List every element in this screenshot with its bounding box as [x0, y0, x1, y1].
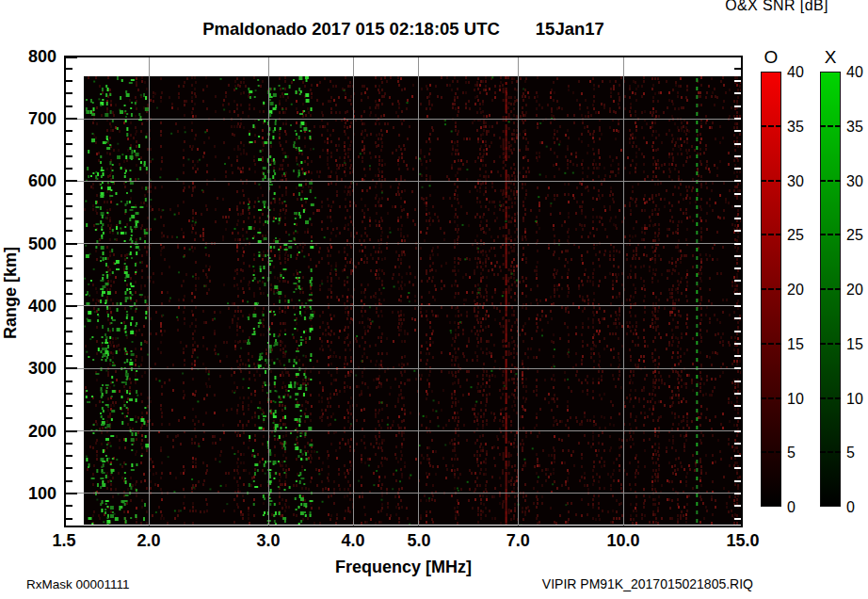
y-axis-tick-right: [734, 155, 741, 157]
colorbar-tick-label: 5: [787, 445, 815, 461]
y-axis-tick: [66, 267, 72, 269]
y-axis-title: Range [km]: [1, 247, 21, 339]
y-axis-tick: [66, 505, 72, 507]
colorbar-tick-label: 40: [787, 64, 815, 81]
gridline-x: [518, 57, 519, 526]
y-axis-tick: [66, 480, 72, 482]
y-axis-tick: [66, 430, 77, 432]
plot-title: Pmaldonado 2017 015 02:18:05 UTC 15Jan17: [64, 19, 743, 40]
colorbar-x-header: X: [820, 47, 841, 68]
y-axis-tick-label: 400: [17, 297, 56, 316]
y-axis-tick-label: 700: [17, 109, 56, 129]
y-axis-tick-right: [734, 317, 741, 319]
y-axis-tick-label: 300: [17, 359, 56, 379]
filename-label: VIPIR PM91K_2017015021805.RIQ: [542, 576, 753, 591]
gridline-y: [66, 430, 741, 431]
colorbar-tick-label: 40: [846, 64, 868, 81]
y-axis-tick-right: [734, 205, 741, 207]
y-axis-tick: [66, 417, 72, 419]
y-axis-tick-label: 200: [17, 422, 56, 442]
colorbar-tick-label: 20: [787, 282, 815, 299]
y-axis-tick: [66, 493, 77, 494]
colorbar-tick-dash: [761, 234, 781, 235]
colorbar-tick-dash: [820, 397, 841, 399]
colorbar-tick-label: 30: [846, 173, 868, 190]
y-axis-tick: [66, 331, 72, 332]
gridline-x: [353, 57, 354, 526]
y-axis-tick-right: [734, 405, 741, 407]
y-axis-tick-right: [734, 343, 741, 345]
y-axis-tick-right: [734, 505, 741, 507]
y-axis-tick-label: 500: [17, 235, 56, 254]
colorbar-tick-dash: [761, 451, 781, 453]
colorbar-tick-dash: [820, 288, 841, 290]
y-axis-tick-right: [734, 280, 741, 282]
y-axis-tick: [66, 518, 72, 520]
y-axis-tick: [66, 168, 72, 170]
y-axis-tick: [66, 255, 72, 257]
y-axis-tick-right: [734, 92, 741, 94]
ionogram-heatmap: [84, 76, 741, 525]
y-axis-tick: [66, 467, 72, 469]
y-axis-tick: [66, 155, 72, 157]
y-axis-tick: [66, 130, 72, 132]
colorbar-tick-dash: [820, 343, 841, 345]
gridline-y: [66, 368, 741, 369]
y-axis-tick-right: [734, 130, 741, 132]
y-axis-tick-right: [734, 168, 741, 170]
gridline-x: [418, 57, 419, 526]
y-axis-tick: [66, 455, 72, 457]
y-axis-tick: [66, 343, 72, 345]
y-axis-tick-right: [734, 455, 741, 457]
y-axis-tick-right: [734, 480, 741, 482]
colorbar-tick-dash: [820, 180, 841, 182]
y-axis-tick: [66, 380, 72, 382]
y-axis-tick-right: [734, 417, 741, 419]
colorbar-tick-label: 15: [787, 336, 815, 353]
colorbar-tick-label: 10: [787, 391, 815, 408]
y-axis-tick-right: [734, 518, 741, 520]
y-axis-tick: [66, 193, 72, 195]
colorbar-tick-dash: [820, 451, 841, 453]
x-axis-tick-label: 3.0: [240, 531, 297, 551]
y-axis-tick: [66, 92, 72, 94]
x-axis-tick-label: 15.0: [715, 531, 771, 551]
colorbar-o-header: O: [761, 47, 781, 68]
gridline-x: [623, 57, 624, 526]
y-axis-tick-right: [734, 218, 741, 219]
y-axis-tick: [66, 393, 72, 395]
y-axis-tick-right: [734, 230, 741, 232]
y-axis-tick-right: [734, 393, 741, 395]
y-axis-tick-right: [734, 267, 741, 269]
x-axis-tick-label: 10.0: [595, 531, 651, 551]
x-axis-tick-label: 7.0: [490, 531, 546, 551]
y-axis-tick: [66, 80, 72, 82]
gridline-x: [268, 57, 269, 526]
gridline-y: [66, 243, 741, 244]
colorbar-tick-label: 0: [846, 499, 868, 516]
y-axis-tick: [66, 218, 72, 219]
y-axis-tick: [66, 293, 72, 295]
y-axis-tick-right: [734, 193, 741, 195]
y-axis-tick-right: [734, 180, 741, 182]
colorbar-tick-label: 30: [787, 173, 815, 190]
y-axis-tick: [66, 243, 77, 245]
colorbar-tick-dash: [820, 125, 841, 127]
y-axis-tick: [66, 443, 72, 445]
colorbar-tick-dash: [761, 397, 781, 399]
y-axis-tick: [66, 205, 72, 207]
y-axis-tick: [66, 317, 72, 319]
y-axis-tick: [66, 230, 72, 232]
y-axis-tick: [66, 143, 72, 145]
y-axis-tick: [66, 105, 72, 107]
ionogram-viewer: Pmaldonado 2017 015 02:18:05 UTC 15Jan17…: [0, 0, 868, 599]
y-axis-tick: [66, 280, 72, 282]
colorbar-tick-dash: [761, 125, 781, 127]
y-axis-tick-right: [734, 243, 741, 245]
y-axis-tick-right: [734, 331, 741, 332]
y-axis-tick-right: [734, 355, 741, 357]
y-axis-tick: [66, 367, 77, 369]
y-axis-tick: [66, 118, 77, 120]
y-axis-tick-right: [734, 80, 741, 82]
y-axis-tick-right: [734, 493, 741, 494]
